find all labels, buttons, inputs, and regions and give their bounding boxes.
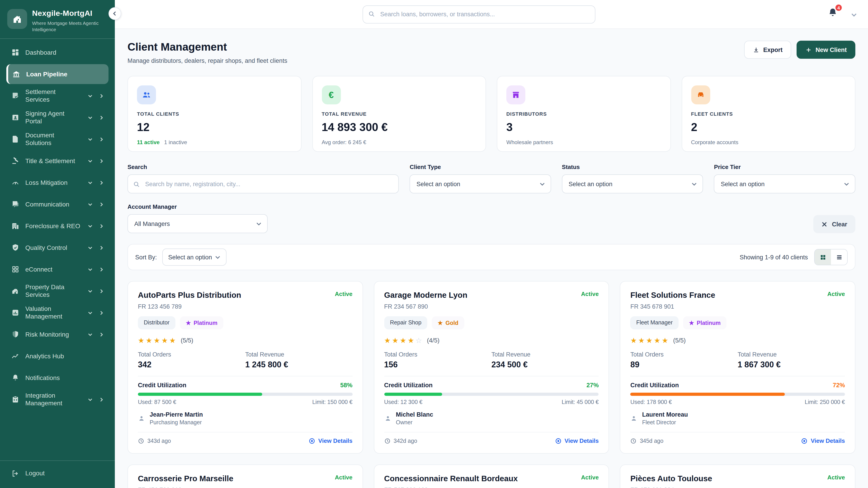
credit-limit: Limit: 150 000 € <box>312 399 352 405</box>
sidebar-item-property-data-services[interactable]: Property Data Services <box>6 281 108 301</box>
sidebar-item-notifications[interactable]: Notifications <box>6 368 108 388</box>
clear-filters-button[interactable]: Clear <box>813 215 855 233</box>
storefront-icon <box>506 86 525 104</box>
chevron-down-icon <box>88 159 93 164</box>
credit-used: Used: 12 300 € <box>384 399 423 405</box>
euro-icon: € <box>322 86 341 104</box>
app-window: Nexgile-MortgAI Where Mortgage Meets Age… <box>0 0 868 488</box>
price-tier-select[interactable]: Select an option <box>714 174 855 193</box>
export-button[interactable]: Export <box>744 41 791 59</box>
sidebar-item-dashboard[interactable]: Dashboard <box>6 43 108 63</box>
sidebar-item-settlement-services[interactable]: Settlement Services <box>6 86 108 106</box>
gavel-icon <box>11 157 20 165</box>
client-search-input[interactable] <box>127 174 399 193</box>
new-client-label: New Client <box>815 46 847 53</box>
sidebar-item-signing-agent-portal[interactable]: Signing Agent Portal <box>6 108 108 128</box>
client-type-badge: Fleet Manager <box>630 316 679 329</box>
client-card: AutoParts Plus Distribution Active FR 12… <box>127 281 363 454</box>
eye-icon <box>555 437 561 444</box>
logout-button[interactable]: Logout <box>6 464 108 484</box>
profile-chevron-down-icon[interactable] <box>851 12 857 18</box>
stat-card-distributors: DISTRIBUTORS 3 Wholesale partners <box>497 76 671 152</box>
sidebar: Nexgile-MortgAI Where Mortgage Meets Age… <box>0 0 115 488</box>
client-card: Fleet Solutions France Active FR 345 678… <box>620 281 855 454</box>
sidebar-item-document-solutions[interactable]: Document Solutions <box>6 129 108 149</box>
contact-name: Michel Blanc <box>396 411 433 418</box>
status-select[interactable]: Select an option <box>562 174 703 193</box>
sidebar-item-loan-pipeline[interactable]: Loan Pipeline <box>6 64 108 84</box>
page-title: Client Management <box>127 41 287 53</box>
sidebar-item-title-settlement[interactable]: Title & Settlement <box>6 151 108 171</box>
view-details-link[interactable]: View Details <box>309 437 352 444</box>
rating-text: (5/5) <box>181 337 193 344</box>
chevron-right-icon[interactable] <box>99 311 104 315</box>
global-search-input[interactable] <box>363 5 595 23</box>
chat-icon <box>11 200 20 208</box>
stat-note: Wholesale partners <box>506 139 553 145</box>
chevron-down-icon <box>88 180 93 185</box>
sidebar-item-integration-management[interactable]: Integration Management <box>6 390 108 410</box>
sidebar-item-analytics-hub[interactable]: Analytics Hub <box>6 346 108 366</box>
account-manager-select[interactable]: All Managers <box>127 214 268 233</box>
chevron-right-icon[interactable] <box>99 246 104 250</box>
credit-utilization-pct: 72% <box>833 382 845 389</box>
notifications-button[interactable]: 4 <box>827 7 839 19</box>
sidebar-item-foreclosure-reo[interactable]: Foreclosure & REO <box>6 216 108 236</box>
chevron-right-icon[interactable] <box>99 267 104 272</box>
revenue-value: 234 500 € <box>491 360 599 369</box>
star-icon: ★ <box>689 320 694 326</box>
chevron-down-icon <box>88 289 93 294</box>
client-registration: FR 456 789 012 <box>138 487 352 488</box>
stat-active-note: 11 active <box>137 139 160 145</box>
sidebar-collapse-button[interactable] <box>108 7 121 20</box>
client-name: AutoParts Plus Distribution <box>138 291 241 300</box>
list-view-icon <box>836 254 842 260</box>
sidebar-item-label: Settlement Services <box>25 88 81 104</box>
chevron-right-icon[interactable] <box>99 94 104 98</box>
logout-label: Logout <box>25 470 104 478</box>
sidebar-item-communication[interactable]: Communication <box>6 195 108 215</box>
chevron-right-icon[interactable] <box>99 332 104 337</box>
sidebar-item-label: Dashboard <box>25 48 104 57</box>
sidebar-item-econnect[interactable]: eConnect <box>6 260 108 280</box>
chevron-right-icon[interactable] <box>99 397 104 402</box>
sidebar-item-quality-control[interactable]: Quality Control <box>6 238 108 258</box>
close-icon <box>822 221 827 227</box>
star-rating-icons: ★★★★☆ <box>384 336 423 345</box>
credit-progress-fill <box>384 393 442 396</box>
brand-text: Nexgile-MortgAI Where Mortgage Meets Age… <box>32 9 100 33</box>
sidebar-item-label: Property Data Services <box>25 283 81 299</box>
sort-select[interactable]: Select an option <box>162 249 226 266</box>
sidebar-item-label: Foreclosure & REO <box>25 222 81 230</box>
status-badge: Active <box>827 474 845 481</box>
grid-view-button[interactable] <box>815 250 831 265</box>
chevron-down-icon <box>88 397 93 402</box>
view-details-link[interactable]: View Details <box>801 437 845 444</box>
sidebar-item-risk-monitoring[interactable]: Risk Monitoring <box>6 325 108 345</box>
chevron-right-icon[interactable] <box>99 224 104 229</box>
sidebar-item-valuation-management[interactable]: Valuation Management <box>6 303 108 323</box>
client-registration: FR 678 901 234 <box>630 487 845 488</box>
price-tier-label: Price Tier <box>714 164 855 170</box>
list-view-button[interactable] <box>831 250 847 265</box>
chevron-right-icon[interactable] <box>99 137 104 142</box>
sidebar-item-loss-mitigation[interactable]: Loss Mitigation <box>6 173 108 193</box>
stat-label: TOTAL CLIENTS <box>137 111 292 117</box>
chevron-right-icon[interactable] <box>99 202 104 207</box>
client-name: Pièces Auto Toulouse <box>630 474 712 484</box>
new-client-button[interactable]: New Client <box>797 41 855 59</box>
chevron-right-icon[interactable] <box>99 289 104 294</box>
client-type-select[interactable]: Select an option <box>410 174 551 193</box>
brand-subtitle: Where Mortgage Meets Agentic Intelligenc… <box>32 20 100 33</box>
chevron-right-icon[interactable] <box>99 159 104 164</box>
person-icon <box>384 415 391 422</box>
chevron-right-icon[interactable] <box>99 115 104 120</box>
chevron-right-icon[interactable] <box>99 180 104 185</box>
view-details-link[interactable]: View Details <box>555 437 598 444</box>
rating-text: (4/5) <box>427 337 440 344</box>
chevron-down-icon <box>215 254 221 260</box>
id-badge-icon <box>11 113 20 122</box>
chevron-down-icon <box>88 137 93 142</box>
status-badge: Active <box>581 474 599 481</box>
sort-by-label: Sort By: <box>135 254 157 260</box>
